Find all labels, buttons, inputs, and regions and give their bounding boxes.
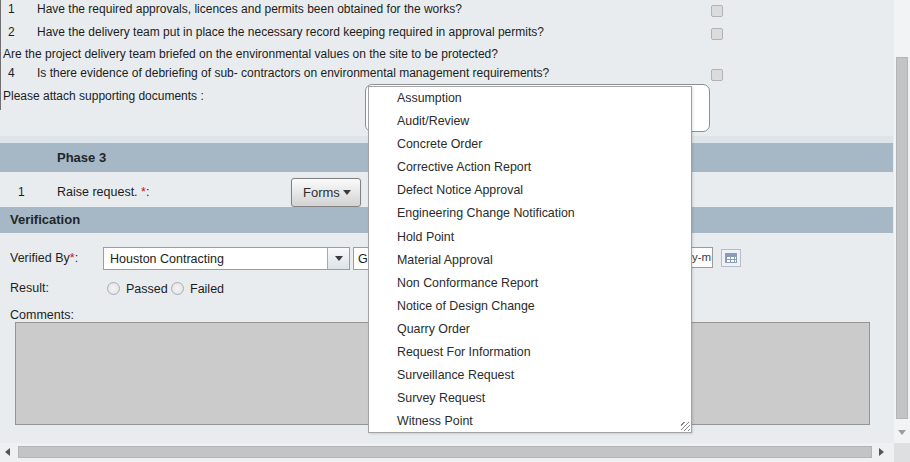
- attach-documents-label: Please attach supporting documents :: [3, 89, 204, 103]
- scroll-right-arrow-icon[interactable]: [879, 448, 884, 456]
- passed-radio-label: Passed: [126, 282, 168, 296]
- verified-by-combobox[interactable]: Houston Contracting: [103, 247, 350, 270]
- dropdown-option[interactable]: Notice of Design Change: [369, 295, 691, 318]
- dropdown-option[interactable]: Audit/Review: [369, 110, 691, 133]
- forms-dropdown-list: AssumptionAudit/ReviewConcrete OrderCorr…: [368, 86, 692, 433]
- scrollbar-corner: [894, 443, 910, 462]
- passed-radio[interactable]: [107, 282, 120, 295]
- horizontal-scrollbar[interactable]: [0, 443, 894, 462]
- dropdown-option[interactable]: Material Approval: [369, 249, 691, 272]
- result-label: Result:: [10, 281, 49, 295]
- resize-grip-icon[interactable]: [681, 422, 690, 431]
- question-number: 1: [8, 2, 15, 16]
- raise-request-label: Raise request. *:: [57, 185, 149, 199]
- form-page: 1Have the required approvals, licences a…: [0, 0, 910, 462]
- date-placeholder: y-mm-d: [692, 251, 713, 263]
- calendar-button[interactable]: [721, 249, 741, 267]
- verified-by-label: Verified By*:: [10, 251, 78, 265]
- dropdown-option[interactable]: Defect Notice Approval: [369, 179, 691, 202]
- table-left-border: [0, 0, 1, 110]
- scroll-left-arrow-icon[interactable]: [5, 448, 10, 456]
- combobox-arrow-button[interactable]: [327, 248, 349, 269]
- vertical-scrollbar[interactable]: [894, 0, 910, 443]
- comments-label: Comments:: [10, 308, 74, 322]
- dropdown-option[interactable]: Corrective Action Report: [369, 156, 691, 179]
- question-text: Have the delivery team put in place the …: [37, 25, 544, 39]
- question-checkbox[interactable]: [711, 69, 723, 81]
- dropdown-options: AssumptionAudit/ReviewConcrete OrderCorr…: [369, 87, 691, 433]
- dropdown-option[interactable]: Concrete Order: [369, 133, 691, 156]
- question-number: 4: [8, 66, 15, 80]
- dropdown-option[interactable]: Witness Point: [369, 410, 691, 433]
- horizontal-scrollbar-thumb[interactable]: [18, 446, 872, 458]
- raise-request-number: 1: [18, 185, 25, 199]
- dropdown-option[interactable]: Survey Request: [369, 387, 691, 410]
- dropdown-option[interactable]: Request For Information: [369, 341, 691, 364]
- calendar-icon: [725, 253, 737, 263]
- dropdown-option[interactable]: Non Conformance Report: [369, 272, 691, 295]
- dropdown-option[interactable]: Quarry Order: [369, 318, 691, 341]
- scroll-down-arrow-icon[interactable]: [898, 430, 906, 435]
- question-text: Are the project delivery team briefed on…: [3, 47, 498, 61]
- chevron-down-icon: [335, 256, 343, 261]
- partially-hidden-field-value: G: [358, 252, 368, 266]
- chevron-down-icon: [343, 190, 351, 195]
- failed-radio[interactable]: [171, 282, 184, 295]
- verified-by-value: Houston Contracting: [110, 252, 224, 266]
- failed-radio-label: Failed: [190, 282, 224, 296]
- question-text: Have the required approvals, licences an…: [37, 2, 462, 16]
- question-checkbox[interactable]: [711, 5, 723, 17]
- question-number: 2: [8, 25, 15, 39]
- forms-dropdown-button[interactable]: Forms: [291, 178, 361, 207]
- dropdown-option[interactable]: Surveillance Request: [369, 364, 691, 387]
- dropdown-option[interactable]: Engineering Change Notification: [369, 202, 691, 225]
- dropdown-option[interactable]: Assumption: [369, 87, 691, 110]
- vertical-scrollbar-thumb[interactable]: [896, 57, 908, 419]
- phase3-title: Phase 3: [57, 150, 106, 165]
- question-text: Is there evidence of debriefing of sub- …: [37, 66, 549, 80]
- dropdown-option[interactable]: Hold Point: [369, 226, 691, 249]
- forms-button-label: Forms: [303, 185, 340, 200]
- verification-title: Verification: [10, 212, 80, 227]
- question-checkbox[interactable]: [711, 28, 723, 40]
